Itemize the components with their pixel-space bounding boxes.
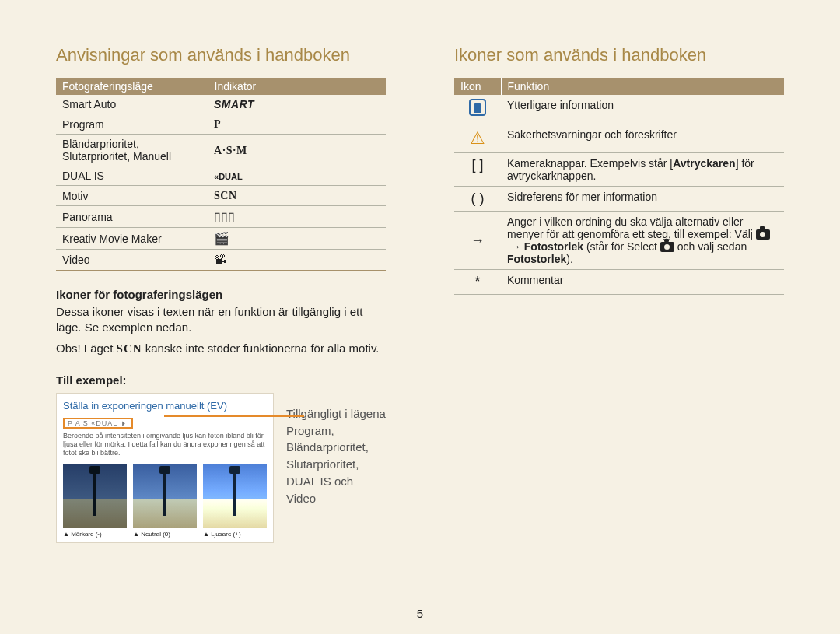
example-thumbs: ▲ Mörkare (-) ▲ Neutral (0) ▲ Ljusare (+… bbox=[63, 464, 267, 538]
table-row: → Anger i vilken ordning du ska välja al… bbox=[454, 212, 784, 270]
page-number: 5 bbox=[0, 607, 840, 620]
mode-indicator: ▯▯▯ bbox=[208, 206, 386, 228]
thumb-caption: ▲ Mörkare (-) bbox=[63, 531, 127, 538]
warning-icon: ⚠ bbox=[470, 128, 485, 148]
row-text: Ytterligare information bbox=[501, 95, 784, 124]
row-text: Anger i vilken ordning du ska välja alte… bbox=[501, 212, 784, 270]
thumb-image bbox=[203, 464, 267, 528]
thumb-caption: ▲ Neutral (0) bbox=[133, 531, 197, 538]
paren-icon: ( ) bbox=[454, 187, 501, 212]
t: (står för Select bbox=[586, 240, 660, 253]
mode-name: Video bbox=[56, 250, 208, 271]
t: Kameraknappar. Exempelvis står [ bbox=[507, 157, 673, 170]
mode-indicator: «DUAL bbox=[208, 166, 386, 186]
t-bold: Fotostorlek bbox=[507, 253, 566, 265]
scn-inline-icon: SCN bbox=[117, 342, 142, 355]
mode-indicator: 📽 bbox=[208, 250, 386, 271]
table-row: Kreativ Movie Maker🎬 bbox=[56, 228, 386, 250]
row-text: Säkerhetsvarningar och föreskrifter bbox=[501, 124, 784, 153]
example-panel-title: Ställa in exponeringen manuellt (EV) bbox=[63, 400, 267, 412]
thumb-image bbox=[133, 464, 197, 528]
mode-indicator: A·S·M bbox=[208, 135, 386, 166]
icons-table: Ikon Funktion Ytterligare information ⚠ … bbox=[454, 78, 784, 295]
left-para-2: Obs! Läget SCN kanske inte stöder funkti… bbox=[56, 341, 386, 356]
table-row: [ ] Kameraknappar. Exempelvis står [Avtr… bbox=[454, 153, 784, 187]
example-row: Ställa in exponeringen manuellt (EV) P A… bbox=[56, 393, 386, 543]
example-panel: Ställa in exponeringen manuellt (EV) P A… bbox=[56, 393, 274, 543]
thumb-lighter: ▲ Ljusare (+) bbox=[203, 464, 267, 538]
table-row: Smart AutoSMART bbox=[56, 95, 386, 114]
mode-name: DUAL IS bbox=[56, 166, 208, 186]
table-row: Ytterligare information bbox=[454, 95, 784, 124]
indicator-icon: SCN bbox=[214, 190, 237, 201]
camera-icon bbox=[660, 242, 674, 252]
left-heading: Anvisningar som används i handboken bbox=[56, 45, 386, 65]
mode-indicator: SCN bbox=[208, 186, 386, 206]
row-text: Kameraknappar. Exempelvis står [Avtrycka… bbox=[501, 153, 784, 187]
example-side-text: Tillgängligt i lägena Program, Bländarpr… bbox=[286, 393, 386, 507]
thumb-caption: ▲ Ljusare (+) bbox=[203, 531, 267, 538]
t-bold: Fotostorlek bbox=[524, 240, 583, 253]
table-row: Panorama▯▯▯ bbox=[56, 206, 386, 228]
note-icon bbox=[469, 99, 486, 116]
row-text: Sidreferens för mer information bbox=[501, 187, 784, 212]
t: Anger i vilken ordning du ska välja alte… bbox=[507, 215, 756, 240]
bracket-icon: [ ] bbox=[454, 153, 501, 187]
p2-b: kanske inte stöder funktionerna för alla… bbox=[142, 342, 380, 355]
row-text: Kommentar bbox=[501, 270, 784, 295]
indicator-icon: A·S·M bbox=[214, 145, 247, 156]
left-para-1: Dessa ikoner visas i texten när en funkt… bbox=[56, 304, 386, 336]
table-row: ( ) Sidreferens för mer information bbox=[454, 187, 784, 212]
page-columns: Anvisningar som används i handboken Foto… bbox=[0, 0, 840, 543]
arrow-icon: → bbox=[454, 212, 501, 270]
left-column: Anvisningar som används i handboken Foto… bbox=[56, 45, 386, 543]
indicator-icon: 🎬 bbox=[214, 231, 229, 246]
mode-indicator: 🎬 bbox=[208, 228, 386, 250]
icons-header-func: Funktion bbox=[501, 78, 784, 95]
thumb-image bbox=[63, 464, 127, 528]
table-row: DUAL IS«DUAL bbox=[56, 166, 386, 186]
indicator-icon: P bbox=[214, 118, 221, 130]
table-row: ProgramP bbox=[56, 114, 386, 135]
p2-a: Obs! Läget bbox=[56, 342, 117, 355]
right-heading: Ikoner som används i handboken bbox=[454, 45, 784, 65]
mode-name: Bländarprioritet, Slutarprioritet, Manue… bbox=[56, 135, 208, 166]
indicator-icon: ▯▯▯ bbox=[214, 209, 235, 224]
indicator-icon: 📽 bbox=[214, 253, 226, 267]
t-bold: Avtryckaren bbox=[673, 157, 735, 170]
indicator-icon: SMART bbox=[214, 98, 254, 110]
modes-header-indicator: Indikator bbox=[208, 78, 386, 95]
t: och välj sedan bbox=[677, 240, 747, 253]
left-subhead-2: Till exempel: bbox=[56, 373, 386, 387]
thumb-neutral: ▲ Neutral (0) bbox=[133, 464, 197, 538]
camera-icon bbox=[756, 229, 770, 240]
thumb-darker: ▲ Mörkare (-) bbox=[63, 464, 127, 538]
mode-name: Smart Auto bbox=[56, 95, 208, 114]
example-mode-badges: P A S «DUAL ⏵ bbox=[63, 418, 133, 429]
mode-name: Kreativ Movie Maker bbox=[56, 228, 208, 250]
table-row: Bländarprioritet, Slutarprioritet, Manue… bbox=[56, 135, 386, 166]
mode-name: Program bbox=[56, 114, 208, 135]
mode-indicator: SMART bbox=[208, 95, 386, 114]
modes-header-mode: Fotograferingsläge bbox=[56, 78, 208, 95]
left-subhead-1: Ikoner för fotograferingslägen bbox=[56, 288, 386, 301]
indicator-icon: «DUAL bbox=[214, 172, 243, 181]
mode-name: Motiv bbox=[56, 186, 208, 206]
right-column: Ikoner som används i handboken Ikon Funk… bbox=[454, 45, 784, 543]
example-panel-lead: Beroende på intensiteten i omgivande lju… bbox=[63, 432, 267, 458]
table-row: ⚠ Säkerhetsvarningar och föreskrifter bbox=[454, 124, 784, 153]
asterisk-icon: * bbox=[454, 270, 501, 295]
table-row: Video📽 bbox=[56, 250, 386, 271]
modes-table: Fotograferingsläge Indikator Smart AutoS… bbox=[56, 78, 386, 271]
t: ). bbox=[566, 253, 573, 265]
callout-line bbox=[164, 415, 304, 417]
mode-name: Panorama bbox=[56, 206, 208, 228]
table-row: MotivSCN bbox=[56, 186, 386, 206]
icons-header-icon: Ikon bbox=[454, 78, 501, 95]
table-row: * Kommentar bbox=[454, 270, 784, 295]
mode-indicator: P bbox=[208, 114, 386, 135]
